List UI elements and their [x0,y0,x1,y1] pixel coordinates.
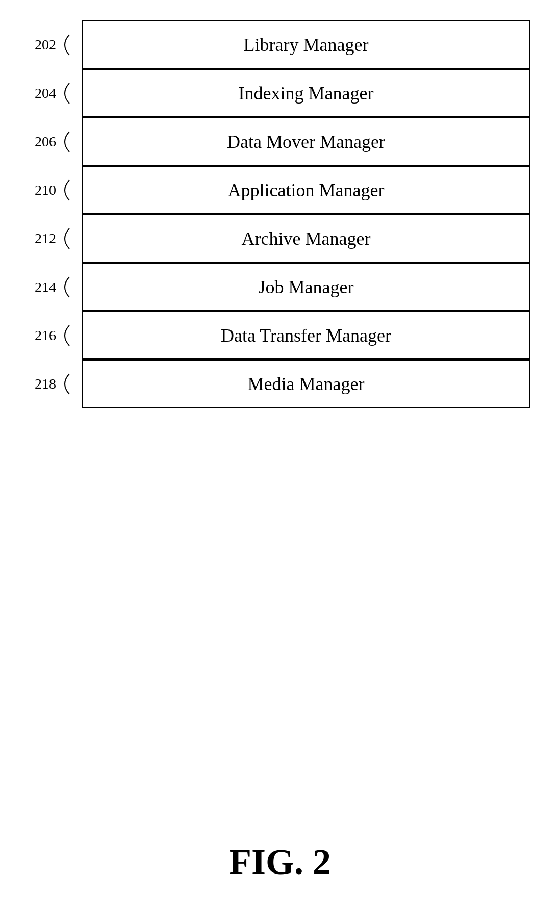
manager-row-218: 218Media Manager [31,360,530,408]
manager-box-212: Archive Manager [82,214,530,263]
label-214: 214 [31,274,77,300]
bracket-icon-218 [58,371,72,397]
label-202: 202 [31,32,77,58]
manager-box-206: Data Mover Manager [82,117,530,166]
label-210: 210 [31,177,77,203]
manager-label-210: Application Manager [228,179,385,201]
label-216: 216 [31,323,77,348]
manager-label-216: Data Transfer Manager [221,325,391,346]
manager-row-206: 206Data Mover Manager [31,117,530,166]
manager-row-204: 204Indexing Manager [31,69,530,117]
manager-box-214: Job Manager [82,263,530,311]
bracket-icon-202 [58,32,72,58]
manager-label-212: Archive Manager [242,228,371,249]
figure-label: FIG. 2 [0,841,560,883]
manager-box-216: Data Transfer Manager [82,311,530,360]
manager-row-210: 210Application Manager [31,166,530,214]
manager-row-214: 214Job Manager [31,263,530,311]
manager-label-206: Data Mover Manager [227,131,385,152]
diagram-container: 202Library Manager204Indexing Manager206… [31,20,530,408]
bracket-icon-214 [58,274,72,300]
bracket-icon-210 [58,177,72,203]
manager-label-202: Library Manager [244,34,369,56]
label-212: 212 [31,226,77,251]
label-218: 218 [31,371,77,397]
bracket-icon-216 [58,323,72,348]
manager-label-204: Indexing Manager [239,83,374,104]
manager-label-214: Job Manager [259,276,354,298]
label-206: 206 [31,129,77,155]
manager-label-218: Media Manager [248,373,365,395]
bracket-icon-204 [58,81,72,106]
manager-row-212: 212Archive Manager [31,214,530,263]
bracket-icon-206 [58,129,72,155]
label-204: 204 [31,81,77,106]
manager-box-202: Library Manager [82,20,530,69]
bracket-icon-212 [58,226,72,251]
manager-row-202: 202Library Manager [31,20,530,69]
manager-box-218: Media Manager [82,360,530,408]
manager-box-210: Application Manager [82,166,530,214]
manager-row-216: 216Data Transfer Manager [31,311,530,360]
manager-box-204: Indexing Manager [82,69,530,117]
